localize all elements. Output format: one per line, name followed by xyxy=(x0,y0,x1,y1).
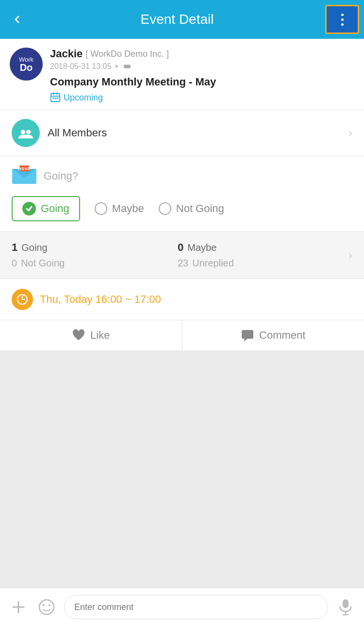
calendar-icon xyxy=(50,92,61,103)
action-row: Like Comment xyxy=(0,320,364,351)
svg-rect-7 xyxy=(53,98,54,99)
content-area xyxy=(0,351,364,588)
going-label: Going xyxy=(41,202,69,215)
rsvp-section: RSVP Going? Going Maybe xyxy=(0,156,364,231)
not-going-radio xyxy=(159,202,171,215)
svg-rect-9 xyxy=(57,98,58,99)
maybe-radio xyxy=(95,202,107,215)
three-dots-icon xyxy=(341,14,344,26)
avatar: Work Do xyxy=(10,48,43,81)
svg-point-2 xyxy=(125,65,129,68)
group-icon xyxy=(122,62,132,71)
dot-separator: • xyxy=(115,62,118,71)
avatar-do-text: Do xyxy=(20,63,33,72)
emoji-button[interactable] xyxy=(36,596,57,618)
status-badge: Upcoming xyxy=(50,92,354,103)
post-info: Jackie [ WorkDo Demo Inc. ] 2018-05-31 1… xyxy=(50,48,354,103)
svg-point-24 xyxy=(43,604,45,606)
not-going-button[interactable]: Not Going xyxy=(159,202,224,215)
clock-icon xyxy=(12,289,33,310)
stats-grid: 1 Going 0 Maybe 0 Not Going 23 Unreplied xyxy=(12,241,344,269)
members-label: All Members xyxy=(48,127,107,139)
plus-icon xyxy=(10,599,27,615)
svg-point-10 xyxy=(21,130,25,134)
bottom-bar xyxy=(0,588,364,626)
mic-button[interactable] xyxy=(335,596,356,618)
not-going-count: 0 xyxy=(12,258,17,269)
emoji-icon xyxy=(38,599,55,615)
svg-rect-26 xyxy=(343,599,348,608)
svg-rect-19 xyxy=(242,330,253,339)
date-row: Thu, Today 16:00 ~ 17:00 xyxy=(0,279,364,320)
members-row[interactable]: All Members › xyxy=(0,110,364,156)
more-options-button[interactable] xyxy=(325,5,359,34)
svg-marker-20 xyxy=(244,339,248,342)
stats-chevron-icon: › xyxy=(348,248,352,262)
svg-point-11 xyxy=(26,130,31,134)
comment-label: Comment xyxy=(259,329,305,342)
rsvp-buttons: Going Maybe Not Going xyxy=(12,196,352,221)
app-header: Event Detail xyxy=(0,0,364,39)
svg-point-23 xyxy=(39,600,54,614)
comment-icon xyxy=(241,329,254,342)
rsvp-question: Going? xyxy=(44,170,78,182)
status-text: Upcoming xyxy=(64,93,103,103)
comment-button[interactable]: Comment xyxy=(182,320,364,350)
event-date: Thu, Today 16:00 ~ 17:00 xyxy=(40,293,161,306)
page-title: Event Detail xyxy=(29,12,325,27)
author-line: Jackie [ WorkDo Demo Inc. ] xyxy=(50,48,354,60)
not-going-label: Not Going xyxy=(176,202,224,215)
maybe-button[interactable]: Maybe xyxy=(95,202,144,215)
going-check-icon xyxy=(22,202,36,215)
going-stat-label: Going xyxy=(21,242,47,253)
like-label: Like xyxy=(90,329,110,342)
timestamp: 2018-05-31 13:05 xyxy=(50,62,111,71)
event-title: Company Monthly Meeting - May xyxy=(50,76,354,88)
maybe-count: 0 xyxy=(178,241,183,254)
back-button[interactable] xyxy=(5,7,29,32)
people-icon xyxy=(17,125,34,141)
heart-icon xyxy=(72,329,85,342)
maybe-stat-label: Maybe xyxy=(187,242,216,253)
stats-section[interactable]: 1 Going 0 Maybe 0 Not Going 23 Unreplied… xyxy=(0,231,364,279)
not-going-stat-label: Not Going xyxy=(21,258,65,269)
author-name: Jackie xyxy=(50,48,83,60)
svg-point-25 xyxy=(49,604,50,606)
unreplied-stat-label: Unreplied xyxy=(192,258,234,269)
members-left: All Members xyxy=(12,119,107,147)
like-button[interactable]: Like xyxy=(0,320,182,350)
add-button[interactable] xyxy=(8,596,29,618)
chevron-right-icon: › xyxy=(348,126,352,140)
going-button[interactable]: Going xyxy=(12,196,80,221)
maybe-stat: 0 Maybe xyxy=(178,241,344,254)
unreplied-count: 23 xyxy=(178,258,188,269)
rsvp-icon: RSVP xyxy=(12,165,37,187)
comment-input[interactable] xyxy=(64,595,328,619)
post-header: Work Do Jackie [ WorkDo Demo Inc. ] 2018… xyxy=(0,39,364,110)
not-going-stat: 0 Not Going xyxy=(12,258,178,269)
main-content: Work Do Jackie [ WorkDo Demo Inc. ] 2018… xyxy=(0,39,364,588)
post-meta: 2018-05-31 13:05 • xyxy=(50,62,354,71)
members-icon xyxy=(12,119,40,147)
author-org: [ WorkDo Demo Inc. ] xyxy=(85,49,169,59)
maybe-label: Maybe xyxy=(112,202,144,215)
clock-svg xyxy=(16,293,29,306)
mic-icon xyxy=(338,599,353,615)
going-count: 1 xyxy=(12,241,17,254)
rsvp-header: RSVP Going? xyxy=(12,165,352,187)
svg-text:RSVP: RSVP xyxy=(18,166,31,171)
avatar-work-text: Work xyxy=(19,56,33,63)
svg-rect-8 xyxy=(55,98,56,99)
envelope-icon: RSVP xyxy=(12,165,37,184)
unreplied-stat: 23 Unreplied xyxy=(178,258,344,269)
going-stat: 1 Going xyxy=(12,241,178,254)
